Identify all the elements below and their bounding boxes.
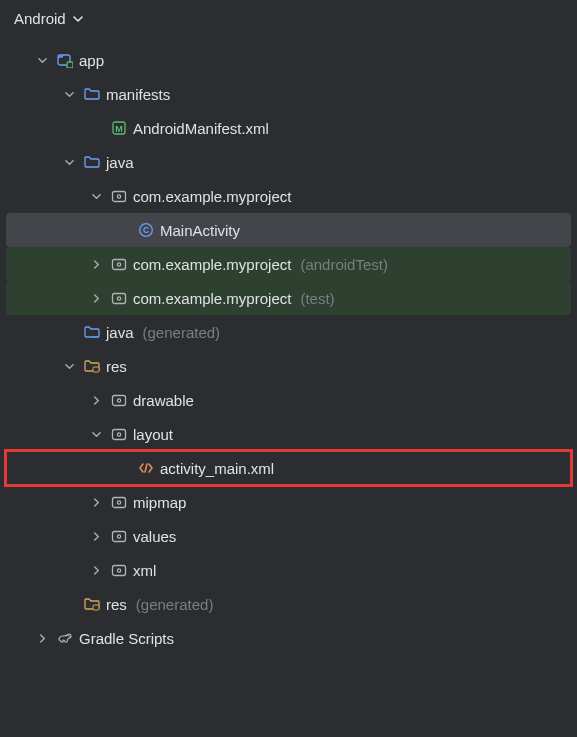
- svg-rect-4: [113, 192, 126, 202]
- svg-rect-8: [113, 260, 126, 270]
- svg-rect-1: [67, 62, 73, 68]
- package-icon: [110, 527, 128, 545]
- tree-item-mipmap[interactable]: mipmap: [6, 485, 571, 519]
- svg-rect-15: [113, 430, 126, 440]
- tree-item-values[interactable]: values: [6, 519, 571, 553]
- svg-rect-12: [93, 367, 99, 372]
- package-icon: [110, 561, 128, 579]
- chevron-down-icon: [87, 425, 105, 443]
- tree-item-app[interactable]: app: [6, 43, 571, 77]
- tree-label: MainActivity: [160, 222, 240, 239]
- tree-label: res: [106, 358, 127, 375]
- chevron-right-icon: [87, 289, 105, 307]
- tree-item-java-generated[interactable]: java (generated): [6, 315, 571, 349]
- package-icon: [110, 289, 128, 307]
- svg-point-16: [117, 433, 120, 436]
- package-icon: [110, 425, 128, 443]
- tree-label: activity_main.xml: [160, 460, 274, 477]
- chevron-down-icon: [60, 85, 78, 103]
- tree-item-activity-main[interactable]: activity_main.xml: [6, 451, 571, 485]
- tree-label-suffix: (generated): [136, 596, 214, 613]
- view-selector-label: Android: [14, 10, 66, 27]
- svg-rect-19: [113, 532, 126, 542]
- tree-label: Gradle Scripts: [79, 630, 174, 647]
- chevron-right-icon: [33, 629, 51, 647]
- xml-layout-file-icon: [137, 459, 155, 477]
- tree-label: java: [106, 154, 134, 171]
- tree-label: xml: [133, 562, 156, 579]
- chevron-right-icon: [87, 561, 105, 579]
- tree-label: java: [106, 324, 134, 341]
- tree-item-manifest-file[interactable]: M AndroidManifest.xml: [6, 111, 571, 145]
- class-file-icon: C: [137, 221, 155, 239]
- tree-item-package-test[interactable]: com.example.myproject (test): [6, 281, 571, 315]
- chevron-down-icon: [87, 187, 105, 205]
- tree-item-xml[interactable]: xml: [6, 553, 571, 587]
- package-icon: [110, 187, 128, 205]
- tree-item-package[interactable]: com.example.myproject: [6, 179, 571, 213]
- svg-point-18: [117, 501, 120, 504]
- tree-label: com.example.myproject: [133, 290, 291, 307]
- manifest-file-icon: M: [110, 119, 128, 137]
- gradle-icon: [56, 629, 74, 647]
- svg-point-20: [117, 535, 120, 538]
- svg-text:M: M: [115, 124, 123, 134]
- svg-point-5: [117, 195, 120, 198]
- resource-folder-icon: [83, 357, 101, 375]
- folder-generated-icon: [83, 323, 101, 341]
- svg-rect-23: [93, 605, 99, 610]
- tree-item-res-generated[interactable]: res (generated): [6, 587, 571, 621]
- tree-item-manifests[interactable]: manifests: [6, 77, 571, 111]
- chevron-down-icon: [33, 51, 51, 69]
- tree-item-package-androidtest[interactable]: com.example.myproject (androidTest): [6, 247, 571, 281]
- tree-item-res[interactable]: res: [6, 349, 571, 383]
- project-tree: app manifests M AndroidManifest.xml: [0, 43, 577, 661]
- chevron-right-icon: [87, 255, 105, 273]
- tree-label: app: [79, 52, 104, 69]
- tree-label: layout: [133, 426, 173, 443]
- tree-item-layout[interactable]: layout: [6, 417, 571, 451]
- chevron-down-icon: [60, 153, 78, 171]
- chevron-right-icon: [87, 391, 105, 409]
- svg-point-9: [117, 263, 120, 266]
- folder-icon: [83, 85, 101, 103]
- tree-label-suffix: (test): [300, 290, 334, 307]
- tree-label: values: [133, 528, 176, 545]
- module-icon: [56, 51, 74, 69]
- package-icon: [110, 493, 128, 511]
- svg-rect-17: [113, 498, 126, 508]
- tree-label-suffix: (androidTest): [300, 256, 388, 273]
- folder-icon: [83, 153, 101, 171]
- tree-label: com.example.myproject: [133, 256, 291, 273]
- tree-label: mipmap: [133, 494, 186, 511]
- package-icon: [110, 255, 128, 273]
- view-selector[interactable]: Android: [0, 0, 577, 43]
- tree-label-suffix: (generated): [143, 324, 221, 341]
- svg-rect-10: [113, 294, 126, 304]
- tree-item-main-activity[interactable]: C MainActivity: [6, 213, 571, 247]
- tree-item-drawable[interactable]: drawable: [6, 383, 571, 417]
- chevron-right-icon: [87, 527, 105, 545]
- chevron-down-icon: [60, 357, 78, 375]
- resource-folder-icon: [83, 595, 101, 613]
- tree-label: com.example.myproject: [133, 188, 291, 205]
- svg-point-14: [117, 399, 120, 402]
- svg-point-11: [117, 297, 120, 300]
- package-icon: [110, 391, 128, 409]
- svg-rect-21: [113, 566, 126, 576]
- tree-label: res: [106, 596, 127, 613]
- svg-point-24: [68, 635, 70, 637]
- tree-label: manifests: [106, 86, 170, 103]
- chevron-right-icon: [87, 493, 105, 511]
- tree-label: drawable: [133, 392, 194, 409]
- tree-item-gradle-scripts[interactable]: Gradle Scripts: [6, 621, 571, 655]
- svg-point-22: [117, 569, 120, 572]
- chevron-down-icon: [72, 13, 84, 25]
- tree-item-java[interactable]: java: [6, 145, 571, 179]
- svg-rect-13: [113, 396, 126, 406]
- svg-text:C: C: [143, 225, 149, 235]
- tree-label: AndroidManifest.xml: [133, 120, 269, 137]
